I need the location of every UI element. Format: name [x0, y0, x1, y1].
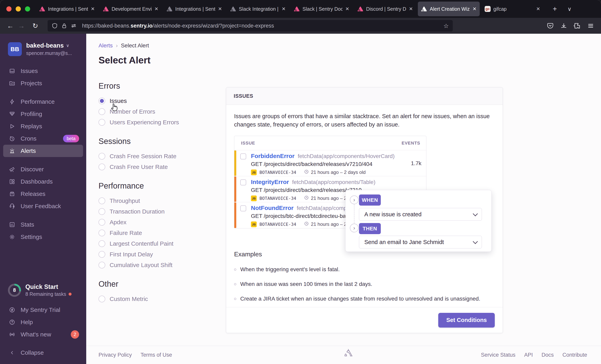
radio-option-users-experiencing-errors[interactable]: Users Experiencing Errors	[99, 117, 217, 128]
forward-button[interactable]: →	[16, 20, 27, 31]
browser-tab-discord-docs[interactable]: Discord | Sentry Do ✕	[354, 2, 416, 16]
sidebar-item-help[interactable]: Help	[0, 316, 86, 328]
radio-option-apdex[interactable]: Apdex	[99, 217, 217, 228]
sidebar-item-my-sentry-trial[interactable]: My Sentry Trial	[0, 304, 86, 316]
tab-close-icon[interactable]: ✕	[472, 6, 477, 12]
browser-tab-slack-integration[interactable]: Slack Integration | S ✕	[227, 2, 289, 16]
sidebar-item-profiling[interactable]: Profiling	[0, 108, 86, 120]
sidebar-item-whats-new[interactable]: What's new 2	[0, 328, 86, 341]
menu-hamburger-icon[interactable]	[587, 22, 594, 29]
org-switcher[interactable]: BB baked-beans∨ spencer.murray@s...	[0, 42, 86, 56]
pocket-icon[interactable]	[547, 22, 554, 29]
radio-icon[interactable]	[99, 219, 105, 226]
sidebar-item-issues[interactable]: Issues	[0, 65, 86, 77]
issue-checkbox[interactable]	[240, 179, 246, 185]
radio-icon[interactable]	[99, 262, 105, 268]
example-item: When the triggering event's level is fat…	[240, 266, 340, 273]
issue-title-link[interactable]: NotFoundError	[251, 205, 294, 211]
sentry-logo-icon	[230, 6, 236, 12]
close-window-button[interactable]	[6, 6, 11, 11]
browser-tab-slack-docs[interactable]: Slack | Sentry Docu ✕	[290, 2, 352, 16]
back-button[interactable]: ←	[5, 20, 16, 31]
permissions-icon[interactable]	[70, 23, 77, 29]
radio-icon[interactable]	[99, 208, 105, 215]
radio-option-crash-free-session-rate[interactable]: Crash Free Session Rate	[99, 151, 217, 162]
reload-button[interactable]: ↻	[30, 20, 41, 31]
then-action-select[interactable]: Send an email to Jane Schmidt	[359, 236, 482, 248]
footer-link-contribute[interactable]: Contribute	[562, 352, 587, 358]
radio-option-throughput[interactable]: Throughput	[99, 195, 217, 206]
browser-tab-alert-wizard-active[interactable]: Alert Creation Wizar ✕	[418, 2, 480, 16]
tab-close-icon[interactable]: ✕	[218, 6, 222, 12]
bookmark-star-icon[interactable]: ☆	[443, 22, 449, 29]
tab-close-icon[interactable]: ✕	[282, 6, 286, 12]
sidebar-collapse-button[interactable]: Collapse	[0, 346, 86, 359]
sidebar-item-user-feedback[interactable]: User Feedback	[0, 200, 86, 212]
sidebar-item-performance[interactable]: Performance	[0, 96, 86, 108]
tab-close-icon[interactable]: ✕	[154, 6, 158, 12]
tab-close-icon[interactable]: ✕	[536, 6, 540, 12]
radio-icon[interactable]	[99, 230, 105, 236]
sidebar-item-dashboards[interactable]: Dashboards	[0, 175, 86, 188]
radio-icon[interactable]	[99, 240, 105, 247]
radio-option-largest-contentful-paint[interactable]: Largest Contentful Paint	[99, 238, 217, 249]
browser-tab-integrations-1[interactable]: Integrations | Sentry ✕	[36, 2, 98, 16]
tab-bar: Integrations | Sentry ✕ Development Envi…	[0, 0, 601, 18]
window-controls	[6, 6, 30, 11]
examples-section: Examples When the triggering event's lev…	[234, 251, 495, 302]
footer-link-terms-of-use[interactable]: Terms of Use	[140, 352, 172, 358]
set-conditions-button[interactable]: Set Conditions	[438, 313, 495, 327]
tab-close-icon[interactable]: ✕	[345, 6, 349, 12]
radio-icon[interactable]	[99, 98, 105, 104]
radio-icon[interactable]	[99, 119, 105, 126]
footer-link-api[interactable]: API	[524, 352, 533, 358]
radio-option-cumulative-layout-shift[interactable]: Cumulative Layout Shift	[99, 260, 217, 270]
radio-option-crash-free-user-rate[interactable]: Crash Free User Rate	[99, 162, 217, 172]
tab-close-icon[interactable]: ✕	[409, 6, 413, 12]
radio-icon[interactable]	[99, 251, 105, 258]
radio-option-first-input-delay[interactable]: First Input Delay	[99, 249, 217, 260]
radio-icon[interactable]	[99, 108, 105, 115]
extensions-puzzle-icon[interactable]	[574, 22, 581, 29]
browser-tab-integrations-2[interactable]: Integrations | Sentry ✕	[163, 2, 225, 16]
browser-tab-gifcap[interactable]: gc gifcap ✕	[481, 2, 543, 16]
radio-icon[interactable]	[99, 197, 105, 204]
tab-title: Integrations | Sentry	[48, 6, 88, 12]
issue-title-link[interactable]: ForbiddenError	[251, 153, 295, 159]
footer-link-privacy-policy[interactable]: Privacy Policy	[99, 352, 132, 358]
when-condition-select[interactable]: A new issue is created	[359, 208, 482, 221]
issue-checkbox[interactable]	[240, 153, 246, 159]
sidebar-item-discover[interactable]: Discover	[0, 163, 86, 175]
sidebar-item-replays[interactable]: Replays	[0, 120, 86, 132]
sidebar-item-projects[interactable]: Projects	[0, 77, 86, 89]
list-tabs-icon[interactable]: ∨	[564, 3, 575, 14]
radio-icon[interactable]	[99, 296, 105, 302]
radio-option-failure-rate[interactable]: Failure Rate	[99, 228, 217, 238]
radio-icon[interactable]	[99, 163, 105, 170]
radio-option-custom-metric[interactable]: Custom Metric	[99, 294, 217, 304]
lock-icon[interactable]	[61, 23, 67, 29]
issue-age: 21 hours ago – 2 days old	[311, 170, 366, 175]
tracking-protection-shield-icon[interactable]	[51, 23, 58, 29]
issue-checkbox[interactable]	[240, 205, 246, 211]
radio-icon[interactable]	[99, 153, 105, 160]
breadcrumb-alerts-link[interactable]: Alerts	[99, 42, 113, 49]
sidebar-item-alerts[interactable]: Alerts	[3, 145, 83, 157]
quick-start[interactable]: 8 Quick Start 8 Remaining tasks	[0, 283, 86, 297]
zoom-window-button[interactable]	[25, 6, 30, 11]
radio-option-transaction-duration[interactable]: Transaction Duration	[99, 206, 217, 217]
footer-link-docs[interactable]: Docs	[541, 352, 554, 358]
url-bar[interactable]: https://baked-beans.sentry.io/alerts/nod…	[48, 20, 453, 31]
sidebar-item-crons[interactable]: Crons beta	[0, 132, 86, 145]
downloads-icon[interactable]	[560, 22, 567, 29]
browser-tab-development[interactable]: Development Enviro ✕	[100, 2, 161, 16]
sidebar-item-releases[interactable]: Releases	[0, 188, 86, 200]
new-tab-button[interactable]: +	[549, 3, 560, 14]
sidebar-item-stats[interactable]: Stats	[0, 219, 86, 231]
sidebar-item-settings[interactable]: Settings	[0, 231, 86, 243]
tab-close-icon[interactable]: ✕	[91, 6, 95, 12]
minimize-window-button[interactable]	[16, 6, 21, 11]
url-text[interactable]: https://baked-beans.sentry.io/alerts/nod…	[82, 23, 274, 29]
footer-link-service-status[interactable]: Service Status	[481, 352, 515, 358]
issue-title-link[interactable]: IntegrityError	[251, 179, 289, 185]
